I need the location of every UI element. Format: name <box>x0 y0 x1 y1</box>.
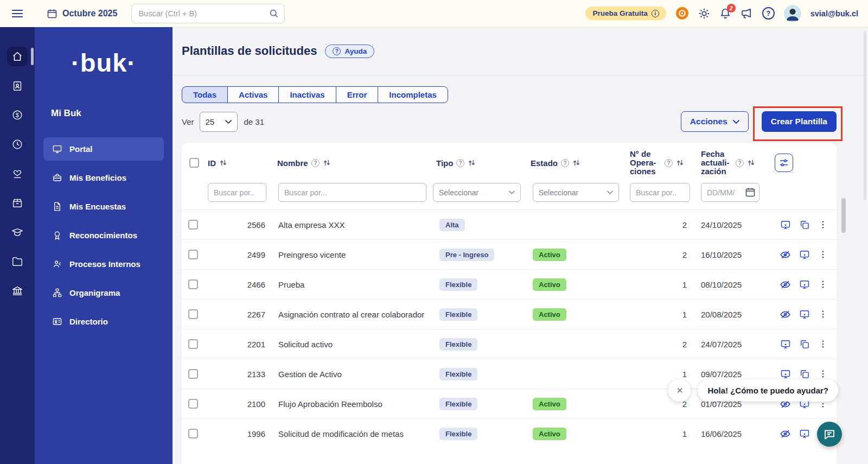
column-header-id[interactable]: ID <box>208 158 272 168</box>
sort-icon[interactable] <box>676 159 684 167</box>
monitor-icon[interactable] <box>799 279 810 290</box>
help-icon[interactable] <box>762 7 775 20</box>
row-checkbox[interactable] <box>188 279 198 289</box>
kebab-menu-icon[interactable] <box>818 250 828 259</box>
column-header-tipo[interactable]: Tipo <box>433 158 525 168</box>
buk-points-icon[interactable] <box>675 7 689 20</box>
trial-button[interactable]: Prueba Gratuita <box>585 7 666 20</box>
global-search[interactable] <box>131 4 285 23</box>
kebab-menu-icon[interactable] <box>818 220 828 230</box>
tab-activas[interactable]: Activas <box>227 86 279 103</box>
chat-greeting-bubble[interactable]: Hola! ¿Cómo te puedo ayudar? <box>698 379 838 402</box>
sort-icon[interactable] <box>468 159 476 167</box>
kebab-menu-icon[interactable] <box>818 309 828 319</box>
sidebar-item-mis-encuestas[interactable]: Mis Encuestas <box>43 195 164 218</box>
search-icon[interactable] <box>269 8 279 18</box>
select-all-checkbox[interactable] <box>189 158 199 168</box>
date-selector[interactable]: Octubre 2025 <box>47 8 117 19</box>
ayuda-button[interactable]: Ayuda <box>325 45 374 58</box>
bell-icon[interactable]: 2 <box>719 8 731 20</box>
acciones-button[interactable]: Acciones <box>681 111 749 132</box>
row-checkbox[interactable] <box>188 399 198 409</box>
sort-icon[interactable] <box>747 159 755 167</box>
sidebar-item-reconocimientos[interactable]: Reconocimientos <box>43 224 164 247</box>
table-row[interactable]: 2267 Asignación contrato al crear colabo… <box>182 299 837 329</box>
monitor-icon[interactable] <box>799 309 810 320</box>
rail-talento[interactable] <box>7 164 28 183</box>
rail-beneficios[interactable] <box>7 193 28 213</box>
table-row[interactable]: 2499 Preingreso vicente Pre - Ingreso Ac… <box>182 239 837 269</box>
column-help-icon[interactable] <box>736 159 744 167</box>
eye-off-icon[interactable] <box>780 279 791 290</box>
sidebar-item-organigrama[interactable]: Organigrama <box>43 281 164 304</box>
eye-off-icon[interactable] <box>780 309 791 320</box>
column-header-operaciones[interactable]: N° de Opera­ciones <box>627 150 690 176</box>
filter-tipo-select[interactable]: Seleccionar <box>433 183 521 202</box>
column-header-nombre[interactable]: Nombre <box>272 158 433 168</box>
rail-home[interactable] <box>7 47 28 66</box>
monitor-icon[interactable] <box>799 249 810 260</box>
rail-desarrollo[interactable] <box>7 223 28 242</box>
megaphone-icon[interactable] <box>741 7 753 20</box>
gear-icon[interactable] <box>698 8 710 20</box>
rail-empresa[interactable] <box>7 281 28 301</box>
rail-asistencia[interactable] <box>7 135 28 154</box>
sidebar-item-directorio[interactable]: Directorio <box>43 310 164 333</box>
tab-inactivas[interactable]: Inactivas <box>278 86 336 103</box>
column-settings-button[interactable] <box>775 154 793 172</box>
sort-icon[interactable] <box>572 159 580 167</box>
table-row[interactable]: 2201 Solicitud activo Flexible 2 24/07/2… <box>182 329 837 359</box>
table-scrollbar-thumb[interactable] <box>841 198 846 233</box>
tab-error[interactable]: Error <box>336 86 379 103</box>
tab-incompletas[interactable]: Incompletas <box>378 86 448 103</box>
duplicate-icon[interactable] <box>799 219 810 230</box>
user-email[interactable]: svial@buk.cl <box>810 9 858 18</box>
column-header-estado[interactable]: Estado <box>525 158 627 168</box>
table-row[interactable]: 2466 Prueba Flexible Activo 1 08/10/2025 <box>182 269 837 299</box>
column-header-fecha[interactable]: Fecha actuali­zación <box>690 150 766 176</box>
row-checkbox[interactable] <box>188 220 198 230</box>
kebab-menu-icon[interactable] <box>818 339 828 349</box>
crear-plantilla-button[interactable]: Crear Plantilla <box>762 111 837 132</box>
sort-icon[interactable] <box>219 159 227 167</box>
eye-off-icon[interactable] <box>780 249 791 260</box>
eye-off-icon[interactable] <box>780 428 791 440</box>
duplicate-icon[interactable] <box>799 368 810 379</box>
monitor-icon[interactable] <box>780 219 791 230</box>
monitor-icon[interactable] <box>799 428 810 439</box>
sidebar-item-procesos-internos[interactable]: Procesos Internos <box>43 252 164 276</box>
filter-id-input[interactable] <box>208 183 266 202</box>
calendar-icon[interactable] <box>745 187 756 198</box>
row-checkbox[interactable] <box>188 429 198 438</box>
chat-close-button[interactable] <box>668 379 691 402</box>
filter-estado-select[interactable]: Seleccionar <box>533 183 619 202</box>
column-help-icon[interactable] <box>665 159 673 167</box>
kebab-menu-icon[interactable] <box>818 279 828 289</box>
hamburger-menu-icon[interactable] <box>11 7 24 20</box>
row-checkbox[interactable] <box>188 339 198 349</box>
page-scrollbar[interactable] <box>864 31 866 200</box>
kebab-menu-icon[interactable] <box>818 369 828 379</box>
row-checkbox[interactable] <box>188 369 198 379</box>
rail-archivos[interactable] <box>7 252 28 271</box>
column-help-icon[interactable] <box>561 159 569 167</box>
rail-remuneraciones[interactable]: $ <box>7 105 28 125</box>
sort-icon[interactable] <box>323 159 331 167</box>
row-checkbox[interactable] <box>188 309 198 319</box>
avatar[interactable] <box>784 5 801 22</box>
filter-operaciones-input[interactable] <box>630 183 690 202</box>
rail-documents[interactable] <box>7 76 28 96</box>
search-input[interactable] <box>138 9 269 18</box>
table-row[interactable]: 1996 Solicitud de modificación de metas … <box>182 418 837 448</box>
chat-launcher-button[interactable] <box>817 422 842 447</box>
column-help-icon[interactable] <box>311 159 320 167</box>
duplicate-icon[interactable] <box>799 339 810 349</box>
filter-nombre-input[interactable] <box>278 183 426 202</box>
table-row[interactable]: 2566 Alta empresa XXX Alta 2 24/10/2025 <box>182 209 837 239</box>
monitor-icon[interactable] <box>780 339 791 349</box>
sidebar-item-portal[interactable]: Portal <box>43 137 164 161</box>
column-help-icon[interactable] <box>456 159 464 167</box>
monitor-icon[interactable] <box>780 368 791 379</box>
tab-todas[interactable]: Todas <box>182 86 228 103</box>
row-checkbox[interactable] <box>188 250 198 259</box>
